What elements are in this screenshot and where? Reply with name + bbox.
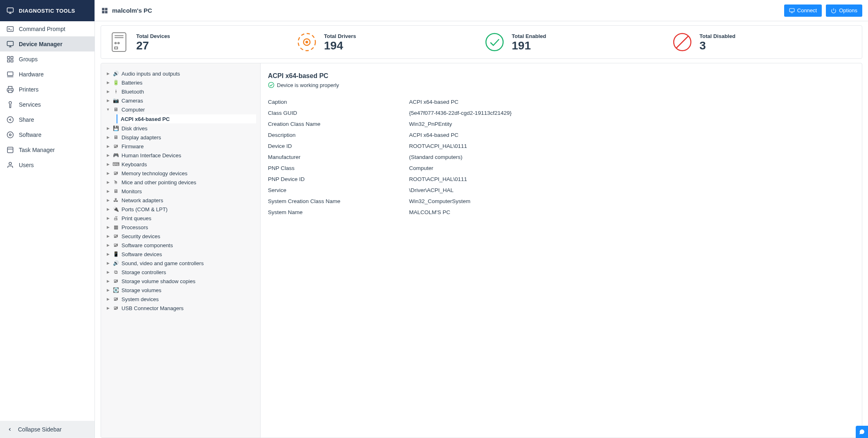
stat-total-disabled: Total Disabled 3 xyxy=(668,32,856,52)
caret-icon: ▶ xyxy=(106,243,110,247)
detail-row: System NameMALCOLM'S PC xyxy=(268,207,850,218)
options-button[interactable]: Options xyxy=(826,4,862,17)
detail-row: CaptionACPI x64-based PC xyxy=(268,96,850,107)
windows-icon xyxy=(101,7,108,14)
tree-category[interactable]: ▶ᚼBluetooth xyxy=(105,87,259,96)
printers-icon xyxy=(7,86,14,93)
svg-rect-10 xyxy=(11,60,13,62)
detail-value: MALCOLM'S PC xyxy=(409,209,450,215)
svg-line-37 xyxy=(676,36,688,48)
tree-category[interactable]: ▶💽Storage volumes xyxy=(105,286,259,295)
sidebar-item-printers[interactable]: Printers xyxy=(0,82,94,97)
tree-category[interactable]: ▶🔌Ports (COM & LPT) xyxy=(105,205,259,214)
caret-icon: ▶ xyxy=(106,72,110,76)
detail-key: Caption xyxy=(268,99,409,105)
tree-category[interactable]: ▶💾Disk drives xyxy=(105,124,259,133)
sidebar-item-label: Services xyxy=(19,101,41,108)
svg-point-38 xyxy=(268,82,274,87)
svg-rect-12 xyxy=(7,72,13,76)
tree-category[interactable]: ▶🔋Batteries xyxy=(105,78,259,87)
sidebar-item-command-prompt[interactable]: Command Prompt xyxy=(0,21,94,36)
tree-category[interactable]: ▶🖳Firmware xyxy=(105,142,259,151)
svg-point-30 xyxy=(118,42,119,44)
printer-icon: 🖨 xyxy=(112,215,119,221)
audio-icon: 🔊 xyxy=(112,71,119,76)
tree-category[interactable]: ▶🖥Display adapters xyxy=(105,133,259,142)
detail-key: Creation Class Name xyxy=(268,121,409,127)
tree-category[interactable]: ▶⧉Storage controllers xyxy=(105,268,259,277)
sidebar-item-label: Command Prompt xyxy=(19,26,65,32)
sidebar-item-users[interactable]: Users xyxy=(0,157,94,172)
camera-icon: 📷 xyxy=(112,98,119,103)
tree-category-label: Print queues xyxy=(121,215,151,221)
detail-value: ACPI x64-based PC xyxy=(409,132,459,138)
sidebar-item-label: Groups xyxy=(19,56,38,63)
detail-value: Win32_PnPEntity xyxy=(409,121,452,127)
tree-category[interactable]: ▼🖥Computer xyxy=(105,105,259,114)
stat-drivers-label: Total Drivers xyxy=(324,33,356,39)
tree-category[interactable]: ▶🔊Sound, video and game controllers xyxy=(105,259,259,268)
tree-category-label: Display adapters xyxy=(121,134,161,141)
tree-category[interactable]: ▶⌨Keyboards xyxy=(105,160,259,169)
collapse-sidebar-button[interactable]: Collapse Sidebar xyxy=(0,421,94,438)
tree-category[interactable]: ▶🖳Memory technology devices xyxy=(105,169,259,178)
detail-row: DescriptionACPI x64-based PC xyxy=(268,130,850,141)
tree-category[interactable]: ▶🖳System devices xyxy=(105,295,259,304)
tree-category[interactable]: ▶🎮Human Interface Devices xyxy=(105,151,259,160)
sidebar-item-groups[interactable]: Groups xyxy=(0,51,94,67)
detail-key: Description xyxy=(268,132,409,138)
tree-item-label: ACPI x64-based PC xyxy=(121,116,170,122)
port-icon: 🔌 xyxy=(112,206,119,212)
tree-category[interactable]: ▶🖳USB Connector Managers xyxy=(105,304,259,313)
tree-category[interactable]: ▶▦Processors xyxy=(105,223,259,232)
tree-category[interactable]: ▶📱Software devices xyxy=(105,250,259,259)
detail-row: Class GUID{5e47f077-f436-22df-cgd2-19113… xyxy=(268,107,850,118)
detail-row: Service\Driver\ACPI_HAL xyxy=(268,185,850,196)
sidebar-item-task-manager[interactable]: Task Manager xyxy=(0,142,94,157)
tree-category[interactable]: ▶🖱Mice and other pointing devices xyxy=(105,178,259,187)
tree-category[interactable]: ▶🖨Print queues xyxy=(105,214,259,223)
tree-category-label: Security devices xyxy=(121,233,160,239)
tree-category[interactable]: ▶🔊Audio inputs and outputs xyxy=(105,69,259,78)
sidebar: DIAGNOSTIC TOOLS Command PromptDevice Ma… xyxy=(0,0,95,438)
tree-category-label: Firmware xyxy=(121,143,144,150)
tree-category-label: Batteries xyxy=(121,80,142,86)
system-icon: 🖳 xyxy=(112,296,119,302)
tree-item-selected[interactable]: ACPI x64-based PC xyxy=(117,114,256,123)
tree-category[interactable]: ▶🖳Security devices xyxy=(105,232,259,241)
software-icon xyxy=(7,131,14,139)
svg-point-34 xyxy=(306,41,308,43)
storagectl-icon: ⧉ xyxy=(112,269,119,275)
detail-rows: CaptionACPI x64-based PCClass GUID{5e47f… xyxy=(268,96,850,218)
device-tree[interactable]: ▶🔊Audio inputs and outputs▶🔋Batteries▶ᚼB… xyxy=(101,63,261,438)
tree-category[interactable]: ▶🖳Software components xyxy=(105,241,259,250)
detail-row: Creation Class NameWin32_PnPEntity xyxy=(268,118,850,130)
caret-icon: ▶ xyxy=(106,225,110,229)
softdev-icon: 📱 xyxy=(112,251,119,257)
sidebar-item-label: Task Manager xyxy=(19,147,55,153)
computer-icon: 🖥 xyxy=(112,107,119,112)
sidebar-items: Command PromptDevice ManagerGroupsHardwa… xyxy=(0,21,94,421)
caret-icon: ▶ xyxy=(106,252,110,256)
stat-total-enabled: Total Enabled 191 xyxy=(481,32,668,52)
detail-value: \Driver\ACPI_HAL xyxy=(409,187,454,193)
sidebar-item-label: Users xyxy=(19,162,34,168)
stat-devices-label: Total Devices xyxy=(136,33,170,39)
hardware-icon xyxy=(7,71,14,78)
sidebar-item-hardware[interactable]: Hardware xyxy=(0,67,94,82)
sidebar-item-software[interactable]: Software xyxy=(0,127,94,142)
sidebar-item-device-manager[interactable]: Device Manager xyxy=(0,36,94,51)
caret-icon: ▶ xyxy=(106,180,110,184)
sidebar-item-services[interactable]: Services xyxy=(0,97,94,112)
svg-rect-3 xyxy=(7,27,13,31)
sidebar-item-share[interactable]: Share xyxy=(0,112,94,127)
tree-category[interactable]: ▶🖳Storage volume shadow copies xyxy=(105,277,259,286)
tree-category-label: Audio inputs and outputs xyxy=(121,71,180,77)
tree-category[interactable]: ▶🖧Network adapters xyxy=(105,196,259,205)
connect-button[interactable]: Connect xyxy=(784,4,822,17)
tree-category[interactable]: ▶📷Cameras xyxy=(105,96,259,105)
tree-category[interactable]: ▶🖥Monitors xyxy=(105,187,259,196)
chat-button[interactable] xyxy=(856,426,868,438)
firmware-icon: 🖳 xyxy=(112,143,119,149)
caret-icon: ▶ xyxy=(106,189,110,193)
